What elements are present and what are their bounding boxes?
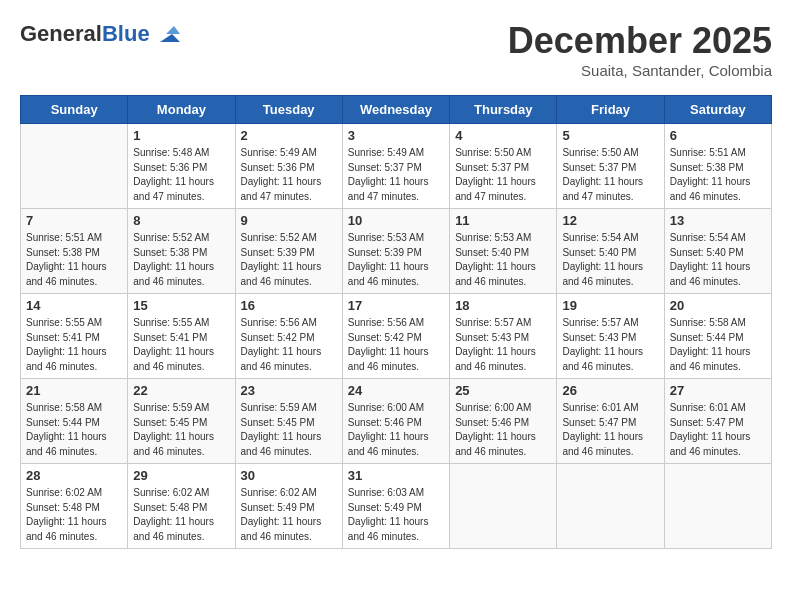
day-number: 27: [670, 383, 766, 398]
day-number: 6: [670, 128, 766, 143]
calendar-week-row: 28Sunrise: 6:02 AM Sunset: 5:48 PM Dayli…: [21, 464, 772, 549]
day-number: 1: [133, 128, 229, 143]
day-number: 8: [133, 213, 229, 228]
calendar-cell: 8Sunrise: 5:52 AM Sunset: 5:38 PM Daylig…: [128, 209, 235, 294]
day-detail: Sunrise: 5:53 AM Sunset: 5:39 PM Dayligh…: [348, 231, 444, 289]
calendar-week-row: 14Sunrise: 5:55 AM Sunset: 5:41 PM Dayli…: [21, 294, 772, 379]
day-detail: Sunrise: 5:54 AM Sunset: 5:40 PM Dayligh…: [670, 231, 766, 289]
day-detail: Sunrise: 5:50 AM Sunset: 5:37 PM Dayligh…: [562, 146, 658, 204]
calendar-week-row: 1Sunrise: 5:48 AM Sunset: 5:36 PM Daylig…: [21, 124, 772, 209]
day-detail: Sunrise: 6:02 AM Sunset: 5:48 PM Dayligh…: [133, 486, 229, 544]
calendar-week-row: 21Sunrise: 5:58 AM Sunset: 5:44 PM Dayli…: [21, 379, 772, 464]
day-number: 18: [455, 298, 551, 313]
calendar-header-row: SundayMondayTuesdayWednesdayThursdayFrid…: [21, 96, 772, 124]
day-number: 28: [26, 468, 122, 483]
day-detail: Sunrise: 5:55 AM Sunset: 5:41 PM Dayligh…: [133, 316, 229, 374]
calendar-cell: 16Sunrise: 5:56 AM Sunset: 5:42 PM Dayli…: [235, 294, 342, 379]
calendar-cell: 29Sunrise: 6:02 AM Sunset: 5:48 PM Dayli…: [128, 464, 235, 549]
day-number: 22: [133, 383, 229, 398]
day-detail: Sunrise: 6:00 AM Sunset: 5:46 PM Dayligh…: [455, 401, 551, 459]
day-number: 4: [455, 128, 551, 143]
weekday-header: Wednesday: [342, 96, 449, 124]
day-detail: Sunrise: 5:51 AM Sunset: 5:38 PM Dayligh…: [26, 231, 122, 289]
day-number: 9: [241, 213, 337, 228]
day-number: 13: [670, 213, 766, 228]
calendar-cell: 13Sunrise: 5:54 AM Sunset: 5:40 PM Dayli…: [664, 209, 771, 294]
logo: GeneralBlue: [20, 20, 180, 48]
day-detail: Sunrise: 5:49 AM Sunset: 5:37 PM Dayligh…: [348, 146, 444, 204]
svg-marker-1: [166, 26, 180, 34]
calendar-cell: 24Sunrise: 6:00 AM Sunset: 5:46 PM Dayli…: [342, 379, 449, 464]
weekday-header: Friday: [557, 96, 664, 124]
calendar-cell: 23Sunrise: 5:59 AM Sunset: 5:45 PM Dayli…: [235, 379, 342, 464]
day-number: 12: [562, 213, 658, 228]
day-number: 16: [241, 298, 337, 313]
day-detail: Sunrise: 5:57 AM Sunset: 5:43 PM Dayligh…: [562, 316, 658, 374]
day-number: 23: [241, 383, 337, 398]
calendar-cell: 6Sunrise: 5:51 AM Sunset: 5:38 PM Daylig…: [664, 124, 771, 209]
calendar-cell: 20Sunrise: 5:58 AM Sunset: 5:44 PM Dayli…: [664, 294, 771, 379]
calendar-cell: 1Sunrise: 5:48 AM Sunset: 5:36 PM Daylig…: [128, 124, 235, 209]
day-detail: Sunrise: 6:00 AM Sunset: 5:46 PM Dayligh…: [348, 401, 444, 459]
day-detail: Sunrise: 5:55 AM Sunset: 5:41 PM Dayligh…: [26, 316, 122, 374]
day-detail: Sunrise: 5:50 AM Sunset: 5:37 PM Dayligh…: [455, 146, 551, 204]
calendar-cell: 10Sunrise: 5:53 AM Sunset: 5:39 PM Dayli…: [342, 209, 449, 294]
day-detail: Sunrise: 5:53 AM Sunset: 5:40 PM Dayligh…: [455, 231, 551, 289]
day-detail: Sunrise: 6:03 AM Sunset: 5:49 PM Dayligh…: [348, 486, 444, 544]
day-number: 3: [348, 128, 444, 143]
day-number: 20: [670, 298, 766, 313]
calendar-cell: 2Sunrise: 5:49 AM Sunset: 5:36 PM Daylig…: [235, 124, 342, 209]
day-detail: Sunrise: 5:58 AM Sunset: 5:44 PM Dayligh…: [670, 316, 766, 374]
calendar-cell: 19Sunrise: 5:57 AM Sunset: 5:43 PM Dayli…: [557, 294, 664, 379]
calendar-cell: 30Sunrise: 6:02 AM Sunset: 5:49 PM Dayli…: [235, 464, 342, 549]
day-detail: Sunrise: 5:49 AM Sunset: 5:36 PM Dayligh…: [241, 146, 337, 204]
calendar-cell: 9Sunrise: 5:52 AM Sunset: 5:39 PM Daylig…: [235, 209, 342, 294]
calendar-cell: 5Sunrise: 5:50 AM Sunset: 5:37 PM Daylig…: [557, 124, 664, 209]
day-detail: Sunrise: 6:01 AM Sunset: 5:47 PM Dayligh…: [562, 401, 658, 459]
day-number: 2: [241, 128, 337, 143]
calendar-cell: 12Sunrise: 5:54 AM Sunset: 5:40 PM Dayli…: [557, 209, 664, 294]
logo-general: General: [20, 21, 102, 46]
day-number: 26: [562, 383, 658, 398]
day-number: 10: [348, 213, 444, 228]
day-detail: Sunrise: 5:57 AM Sunset: 5:43 PM Dayligh…: [455, 316, 551, 374]
logo-icon: [152, 20, 180, 48]
calendar-cell: 27Sunrise: 6:01 AM Sunset: 5:47 PM Dayli…: [664, 379, 771, 464]
calendar-cell: [557, 464, 664, 549]
location: Suaita, Santander, Colombia: [508, 62, 772, 79]
calendar-cell: [21, 124, 128, 209]
day-detail: Sunrise: 5:48 AM Sunset: 5:36 PM Dayligh…: [133, 146, 229, 204]
day-detail: Sunrise: 5:54 AM Sunset: 5:40 PM Dayligh…: [562, 231, 658, 289]
calendar-cell: 18Sunrise: 5:57 AM Sunset: 5:43 PM Dayli…: [450, 294, 557, 379]
day-number: 31: [348, 468, 444, 483]
day-number: 5: [562, 128, 658, 143]
calendar-cell: 14Sunrise: 5:55 AM Sunset: 5:41 PM Dayli…: [21, 294, 128, 379]
day-number: 19: [562, 298, 658, 313]
day-number: 17: [348, 298, 444, 313]
weekday-header: Saturday: [664, 96, 771, 124]
day-detail: Sunrise: 5:59 AM Sunset: 5:45 PM Dayligh…: [241, 401, 337, 459]
title-block: December 2025 Suaita, Santander, Colombi…: [508, 20, 772, 79]
day-detail: Sunrise: 5:51 AM Sunset: 5:38 PM Dayligh…: [670, 146, 766, 204]
day-number: 14: [26, 298, 122, 313]
day-number: 11: [455, 213, 551, 228]
day-number: 30: [241, 468, 337, 483]
calendar-cell: [450, 464, 557, 549]
day-detail: Sunrise: 5:52 AM Sunset: 5:39 PM Dayligh…: [241, 231, 337, 289]
calendar-cell: 28Sunrise: 6:02 AM Sunset: 5:48 PM Dayli…: [21, 464, 128, 549]
day-detail: Sunrise: 6:02 AM Sunset: 5:49 PM Dayligh…: [241, 486, 337, 544]
calendar-cell: 4Sunrise: 5:50 AM Sunset: 5:37 PM Daylig…: [450, 124, 557, 209]
calendar-cell: 22Sunrise: 5:59 AM Sunset: 5:45 PM Dayli…: [128, 379, 235, 464]
calendar-cell: 31Sunrise: 6:03 AM Sunset: 5:49 PM Dayli…: [342, 464, 449, 549]
day-number: 15: [133, 298, 229, 313]
svg-marker-0: [160, 34, 180, 42]
logo-blue: Blue: [102, 21, 150, 46]
page-header: GeneralBlue December 2025 Suaita, Santan…: [20, 20, 772, 79]
calendar-cell: 21Sunrise: 5:58 AM Sunset: 5:44 PM Dayli…: [21, 379, 128, 464]
calendar-cell: 26Sunrise: 6:01 AM Sunset: 5:47 PM Dayli…: [557, 379, 664, 464]
day-detail: Sunrise: 5:59 AM Sunset: 5:45 PM Dayligh…: [133, 401, 229, 459]
day-number: 25: [455, 383, 551, 398]
day-number: 29: [133, 468, 229, 483]
calendar-cell: 17Sunrise: 5:56 AM Sunset: 5:42 PM Dayli…: [342, 294, 449, 379]
calendar-table: SundayMondayTuesdayWednesdayThursdayFrid…: [20, 95, 772, 549]
